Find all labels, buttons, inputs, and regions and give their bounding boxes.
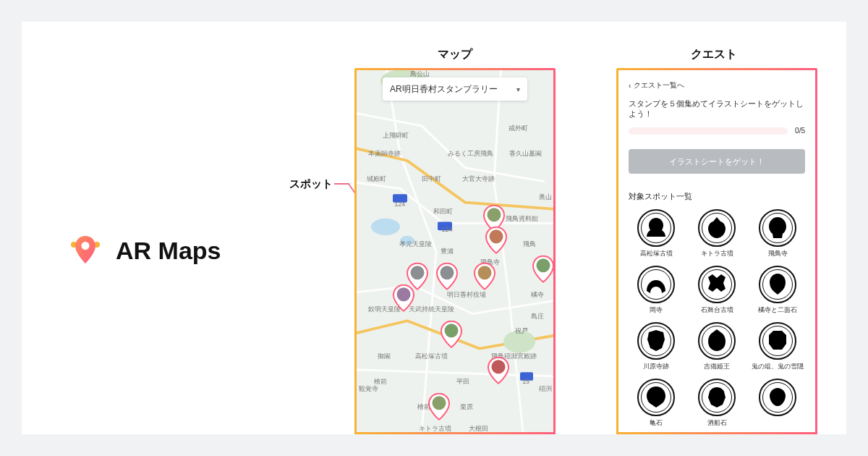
- svg-point-14: [441, 266, 454, 279]
- silhouette-icon: [643, 328, 669, 354]
- svg-point-11: [488, 208, 501, 221]
- chevron-left-icon: ‹: [629, 82, 631, 90]
- quest-spot-name: 橘寺と二面石: [758, 306, 797, 315]
- quest-spot-item[interactable]: 川原寺跡: [629, 322, 684, 371]
- quest-spot-name: 川原寺跡: [643, 363, 669, 371]
- svg-point-13: [411, 266, 425, 279]
- svg-point-7: [503, 331, 535, 353]
- silhouette-icon: [704, 384, 730, 410]
- quest-spot-name: 高松塚古墳: [640, 250, 673, 258]
- quest-spot-coin: [759, 322, 796, 360]
- svg-point-12: [490, 229, 503, 243]
- quest-phone-frame: ‹ クエスト一覧へ スタンプを５個集めてイラストシートをゲットしよう！ 0/5 …: [616, 68, 817, 434]
- map-pin-logo-icon: [67, 232, 104, 269]
- silhouette-icon: [704, 328, 730, 354]
- quest-reward-button-label: イラストシートをゲット！: [669, 156, 765, 167]
- quest-progress-count: 0/5: [795, 127, 805, 135]
- rally-select-value: AR明日香村スタンプラリー: [390, 83, 498, 96]
- quest-spot-item[interactable]: 鬼の俎、鬼の雪隠: [750, 322, 805, 371]
- quest-spot-item[interactable]: 橘寺と二面石: [750, 266, 805, 315]
- svg-point-5: [400, 236, 414, 245]
- quest-spot-name: 石舞台古墳: [701, 306, 733, 315]
- silhouette-icon: [704, 271, 730, 297]
- quest-progress-bar: [629, 127, 788, 135]
- quest-spot-coin: [698, 209, 736, 247]
- silhouette-icon: [765, 215, 791, 241]
- quest-spot-coin: [698, 379, 736, 416]
- quest-spot-coin: [759, 379, 796, 416]
- quest-spot-name: キトラ古墳: [701, 250, 733, 258]
- map-canvas[interactable]: 鳥公山別所町上飛騨町戒外町本薬師寺跡みるく工房飛鳥香久山墓園城殿町田中町大官大寺…: [357, 70, 553, 432]
- svg-point-16: [537, 258, 550, 272]
- quest-spot-coin: [698, 266, 736, 303]
- silhouette-icon: [643, 215, 669, 241]
- quest-spot-coin: [698, 322, 736, 360]
- section-title-map: マップ: [438, 47, 472, 62]
- quest-spot-coin: [637, 266, 675, 303]
- quest-spot-coin: [759, 266, 796, 303]
- section-title-quest: クエスト: [691, 47, 737, 62]
- chevron-down-icon: ▾: [516, 85, 520, 93]
- silhouette-icon: [765, 328, 791, 354]
- quest-spot-item[interactable]: 飛鳥寺: [750, 209, 805, 258]
- map-spot-pin[interactable]: [392, 284, 415, 312]
- quest-spot-coin: [637, 322, 675, 360]
- brand-name: AR Maps: [116, 237, 221, 265]
- map-spot-pin[interactable]: [427, 393, 451, 421]
- quest-spot-name: 岡寺: [650, 306, 663, 315]
- quest-spot-name: 飛鳥寺: [768, 250, 788, 258]
- silhouette-icon: [643, 384, 669, 410]
- quest-spot-list-header: 対象スポット一覧: [629, 191, 805, 202]
- silhouette-icon: [765, 384, 791, 410]
- quest-description: スタンプを５個集めてイラストシートをゲットしよう！: [629, 99, 805, 119]
- rally-select-dropdown[interactable]: AR明日香村スタンプラリー ▾: [383, 77, 527, 101]
- map-spot-pin[interactable]: [473, 263, 496, 290]
- svg-rect-8: [393, 194, 407, 203]
- svg-point-18: [444, 324, 458, 337]
- quest-spot-name: 酒船石: [707, 419, 727, 428]
- brand-logo: AR Maps: [67, 232, 221, 269]
- map-spot-pin[interactable]: [435, 263, 459, 290]
- svg-point-15: [477, 266, 491, 279]
- svg-rect-9: [438, 222, 452, 231]
- map-phone-frame: 鳥公山別所町上飛騨町戒外町本薬師寺跡みるく工房飛鳥香久山墓園城殿町田中町大官大寺…: [354, 68, 556, 434]
- svg-point-20: [433, 396, 446, 410]
- map-spot-pin[interactable]: [532, 256, 553, 283]
- quest-spot-coin: [637, 209, 675, 247]
- svg-rect-10: [520, 372, 533, 381]
- silhouette-icon: [643, 271, 669, 297]
- quest-reward-button[interactable]: イラストシートをゲット！: [629, 149, 805, 174]
- quest-spot-coin: [759, 209, 796, 247]
- callout-spot-label: スポット: [289, 177, 333, 191]
- quest-spot-item[interactable]: 亀石: [629, 379, 684, 428]
- silhouette-icon: [704, 215, 730, 241]
- svg-point-17: [397, 287, 411, 301]
- quest-spot-item[interactable]: キトラ古墳: [689, 209, 744, 258]
- svg-point-19: [491, 360, 505, 373]
- map-spot-pin[interactable]: [487, 357, 510, 384]
- quest-spot-name: 鬼の俎、鬼の雪隠: [752, 363, 804, 371]
- quest-spot-coin: [637, 379, 675, 416]
- quest-spot-item[interactable]: 酒船石: [689, 379, 744, 428]
- quest-spot-item[interactable]: 吉備姫王: [689, 322, 744, 371]
- quest-back-label: クエスト一覧へ: [634, 80, 684, 90]
- quest-back-link[interactable]: ‹ クエスト一覧へ: [629, 80, 805, 90]
- quest-spot-item[interactable]: 岡寺: [629, 266, 684, 315]
- quest-spot-name: 亀石: [650, 419, 663, 428]
- quest-spot-item[interactable]: [750, 379, 805, 428]
- map-spot-pin[interactable]: [485, 227, 508, 254]
- quest-spot-name: 吉備姫王: [704, 363, 730, 371]
- map-spot-pin[interactable]: [440, 321, 463, 348]
- quest-spot-item[interactable]: 石舞台古墳: [689, 266, 744, 315]
- quest-spot-item[interactable]: 高松塚古墳: [629, 209, 684, 258]
- silhouette-icon: [765, 271, 791, 297]
- svg-point-4: [371, 219, 400, 235]
- svg-point-2: [82, 242, 90, 250]
